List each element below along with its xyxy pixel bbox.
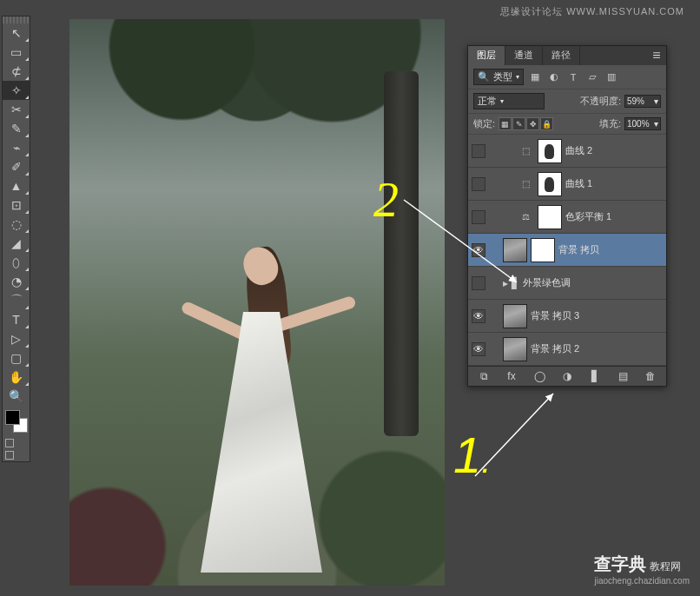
hand-tool[interactable]: ✋ [3,368,30,387]
opacity-value: 59% [627,96,644,106]
visibility-toggle[interactable]: 👁 [472,144,485,158]
layer-thumbnail[interactable] [503,238,527,262]
tab-channels[interactable]: 通道 [505,46,543,65]
layer-name[interactable]: 背景 拷贝 2 [531,342,663,355]
panel-menu-button[interactable]: ≡ [647,46,666,65]
new-layer-icon[interactable]: ▤ [613,370,632,382]
layer-name[interactable]: 曲线 1 [565,177,663,190]
layers-panel: 图层 通道 路径 ≡ 🔍 类型 ▾ ▦ ◐ T ▱ ▥ 正常 ▾ 不透明度: 5… [467,45,667,387]
layer-style-icon[interactable]: fx [502,370,521,382]
clone-stamp-tool[interactable]: ▲ [3,176,30,195]
filter-kind-dropdown[interactable]: 🔍 类型 ▾ [473,69,524,85]
visibility-toggle[interactable]: 👁 [472,177,485,191]
blend-mode-row: 正常 ▾ 不透明度: 59%▾ [468,89,666,114]
layer-thumbnail[interactable] [503,304,527,328]
lock-transparency-icon[interactable]: ▦ [499,117,512,130]
layer-name[interactable]: 曲线 2 [565,144,663,157]
lock-icons: ▦ ✎ ✥ 🔒 [499,117,553,130]
layer-row[interactable]: 👁 背景 拷贝 2 [468,333,666,366]
annotation-number-1: 1. [453,426,491,485]
eyedropper-tool[interactable]: ✎ [3,119,30,138]
layer-row[interactable]: 👁 背景 拷贝 [468,234,666,267]
watermark-bottom: 查字典 教程网 jiaocheng.chazidian.com [594,553,690,586]
eraser-tool[interactable]: ◌ [3,215,30,234]
layer-row[interactable]: 👁 背景 拷贝 3 [468,300,666,333]
zoom-tool[interactable]: 🔍 [3,387,30,406]
search-icon: 🔍 [478,71,490,83]
layer-row[interactable]: 👁 ▸ ▋ 外景绿色调 [468,267,666,300]
healing-brush-tool[interactable]: ⌁ [3,138,30,157]
layer-name[interactable]: 背景 拷贝 [558,243,663,256]
layer-name[interactable]: 外景绿色调 [523,276,663,289]
filter-kind-label: 类型 [493,70,512,83]
chevron-down-icon: ▾ [500,97,504,105]
layer-mask-thumbnail[interactable] [538,205,562,229]
curves-adjustment-icon: ⬚ [517,178,534,190]
layer-row[interactable]: 👁 ⬚ 曲线 2 [468,135,666,168]
color-swatches[interactable] [3,406,30,437]
photo-bride [162,221,353,568]
layer-row[interactable]: 👁 ⚖ 色彩平衡 1 [468,201,666,234]
filter-adjustment-icon[interactable]: ◐ [546,70,562,84]
move-tool[interactable]: ↖ [3,23,30,43]
layer-mask-thumbnail[interactable] [531,238,555,262]
history-brush-tool[interactable]: ⊡ [3,195,30,215]
tab-paths[interactable]: 路径 [543,46,580,65]
layer-mask-thumbnail[interactable] [538,172,562,196]
curves-adjustment-icon: ⬚ [517,145,534,157]
visibility-toggle[interactable]: 👁 [472,210,485,224]
marquee-tool[interactable]: ▭ [3,43,30,62]
add-mask-icon[interactable]: ◯ [530,370,549,382]
watermark-top: 思缘设计论坛 WWW.MISSYUAN.COM [500,5,684,18]
fill-value: 100% [627,119,650,129]
folder-icon: ▋ [512,277,519,289]
brush-tool[interactable]: ✐ [3,157,30,176]
quick-mask-icon[interactable] [5,439,14,447]
layers-list: 👁 ⬚ 曲线 2 👁 ⬚ 曲线 1 👁 ⚖ 色彩平衡 1 👁 背景 拷贝 [468,135,666,366]
lock-pixels-icon[interactable]: ✎ [512,117,525,130]
add-adjustment-icon[interactable]: ◑ [558,370,577,382]
opacity-input[interactable]: 59%▾ [624,95,661,108]
visibility-toggle[interactable]: 👁 [472,243,485,257]
screen-mode-row [3,449,30,461]
delete-layer-icon[interactable]: 🗑 [641,370,660,382]
blend-mode-dropdown[interactable]: 正常 ▾ [473,93,545,109]
pen-tool[interactable]: ⌒ [3,291,30,310]
type-tool[interactable]: T [3,310,30,329]
crop-tool[interactable]: ✂ [3,100,30,119]
magic-wand-tool[interactable]: ✧ [3,81,30,100]
document-canvas[interactable] [69,19,445,586]
blur-tool[interactable]: ⬯ [3,253,30,272]
layer-name[interactable]: 背景 拷贝 3 [531,309,663,322]
layers-panel-footer: ⧉ fx ◯ ◑ ▋ ▤ 🗑 [468,366,666,386]
lock-position-icon[interactable]: ✥ [526,117,539,130]
toolbar-grip[interactable] [3,17,30,23]
quick-mask-row [3,437,30,449]
filter-shape-icon[interactable]: ▱ [584,70,600,84]
screen-mode-icon[interactable] [5,451,14,460]
layer-row[interactable]: 👁 ⬚ 曲线 1 [468,168,666,201]
lock-all-icon[interactable]: 🔒 [540,117,553,130]
visibility-toggle[interactable]: 👁 [472,342,485,356]
visibility-toggle[interactable]: 👁 [472,276,485,290]
layer-filter-row: 🔍 类型 ▾ ▦ ◐ T ▱ ▥ [468,65,666,89]
tab-layers[interactable]: 图层 [468,46,505,65]
visibility-toggle[interactable]: 👁 [472,309,485,323]
link-layers-icon[interactable]: ⧉ [474,370,493,382]
filter-smart-icon[interactable]: ▥ [604,70,619,84]
shape-tool[interactable]: ▢ [3,348,30,368]
filter-pixel-icon[interactable]: ▦ [527,70,543,84]
lasso-tool[interactable]: ⊄ [3,62,30,81]
path-selection-tool[interactable]: ▷ [3,329,30,348]
folder-collapse-icon[interactable]: ▸ [503,277,508,289]
fill-input[interactable]: 100%▾ [624,117,661,130]
filter-type-icon[interactable]: T [565,70,581,84]
layer-mask-thumbnail[interactable] [538,139,562,163]
foreground-color-swatch[interactable] [5,410,20,425]
layer-thumbnail[interactable] [503,337,527,361]
lock-label: 锁定: [473,117,495,130]
gradient-tool[interactable]: ◢ [3,234,30,253]
new-group-icon[interactable]: ▋ [585,370,604,382]
dodge-tool[interactable]: ◔ [3,272,30,291]
layer-name[interactable]: 色彩平衡 1 [565,210,663,223]
